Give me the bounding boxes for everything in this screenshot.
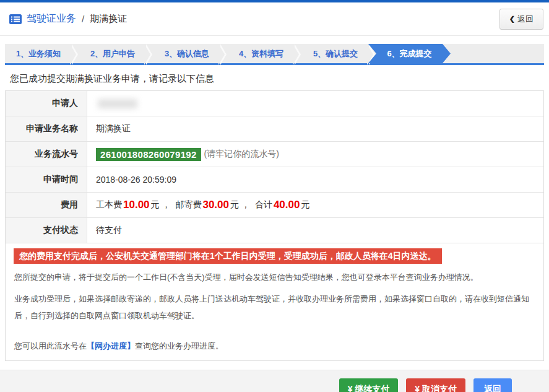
- table-row-apply-time: 申请时间 2018-08-26 20:59:09: [6, 167, 543, 193]
- back-button-bottom[interactable]: 返回: [473, 378, 512, 392]
- row-value: 261001808260079192 (请牢记你的流水号): [87, 142, 543, 167]
- progress-hint-suffix: 查询您的业务办理进度。: [135, 341, 223, 351]
- step-1-business-notice[interactable]: 1、业务须知: [5, 44, 72, 63]
- payment-status-value: 待支付: [87, 218, 543, 243]
- form-list-icon: [9, 14, 22, 25]
- fee-label-postage: 邮寄费: [175, 199, 201, 211]
- row-label: 申请人: [6, 91, 87, 116]
- serial-number-badge: 261001808260079192: [96, 148, 201, 161]
- application-details-panel: 申请人 申请业务名称 期满换证 业务流水号 261001808260079192…: [5, 90, 544, 361]
- page-header: 驾驶证业务 / 期满换证 ❮ 返回: [0, 2, 549, 36]
- breadcrumb-separator: /: [82, 14, 84, 24]
- progress-tracking-link[interactable]: 【网办进度】: [87, 341, 135, 351]
- fee-label-total: 合计: [255, 199, 272, 211]
- row-value: [87, 91, 543, 116]
- serial-number-note: (请牢记你的流水号): [204, 149, 279, 160]
- table-row-business-name: 申请业务名称 期满换证: [6, 116, 543, 142]
- success-message: 您已成功提交期满换证业务申请，请记录以下信息: [10, 73, 549, 85]
- row-label: 支付状态: [6, 218, 87, 243]
- step-wizard: 1、业务须知 2、用户申告 3、确认信息 4、资料填写 5、确认提交 6、完成提…: [5, 44, 544, 65]
- notice-paragraph-2: 业务成功受理后，如果选择邮政寄递的，邮政人员将上门送达机动车驾驶证，并收取办理业…: [14, 290, 534, 324]
- row-value: 工本费 10.00 元 ， 邮寄费 30.00 元 ， 合计 40.00 元: [87, 193, 543, 217]
- row-value: 期满换证: [87, 116, 543, 141]
- table-row-applicant: 申请人: [6, 91, 543, 116]
- breadcrumb-business-category[interactable]: 驾驶证业务: [27, 12, 76, 25]
- cancel-payment-button[interactable]: ¥ 取消支付: [406, 378, 465, 392]
- footer-action-bar: ¥ 继续支付 ¥ 取消支付 返回: [0, 370, 549, 392]
- step-separator-chevron: [72, 44, 79, 65]
- table-row-payment-status: 支付状态 待支付: [6, 218, 543, 243]
- row-label: 费用: [6, 193, 87, 217]
- row-label: 申请时间: [6, 167, 87, 192]
- step-3-confirm-info[interactable]: 3、确认信息: [153, 44, 220, 63]
- fee-amount-production: 10.00: [123, 199, 150, 211]
- fee-amount-total: 40.00: [274, 199, 300, 211]
- progress-hint-line: 您可以用此流水号在【网办进度】查询您的业务办理进度。: [14, 338, 534, 354]
- back-button-top[interactable]: ❮ 返回: [499, 9, 543, 30]
- step-5-confirm-submit[interactable]: 5、确认提交: [302, 44, 369, 63]
- step-2-user-declaration[interactable]: 2、用户申告: [79, 44, 146, 63]
- step-separator-chevron: [295, 44, 302, 65]
- step-separator-chevron: [146, 44, 153, 65]
- continue-payment-button[interactable]: ¥ 继续支付: [339, 378, 399, 392]
- row-label: 申请业务名称: [6, 116, 87, 141]
- table-row-serial-number: 业务流水号 261001808260079192 (请牢记你的流水号): [6, 142, 543, 167]
- back-button-top-label: 返回: [517, 14, 534, 25]
- fee-unit: 元 ，: [230, 199, 250, 211]
- step-4-fill-data[interactable]: 4、资料填写: [228, 44, 295, 63]
- fee-unit: 元 ，: [151, 199, 171, 211]
- notice-paragraph-1: 您所提交的申请，将于提交后的一个工作日(不含当天)受理，届时会发送短信告知受理结…: [14, 269, 534, 285]
- fee-amount-postage: 30.00: [202, 199, 229, 211]
- payment-warning-banner: 您的费用支付完成后，公安机关交通管理部门将在1个工作日内受理，受理成功后，邮政人…: [14, 248, 442, 264]
- step-6-complete-submit[interactable]: 6、完成提交: [368, 44, 451, 63]
- fee-unit: 元: [301, 199, 309, 211]
- step-wizard-filler: [451, 44, 544, 63]
- applicant-name-redacted: [98, 99, 137, 108]
- breadcrumb: 驾驶证业务 / 期满换证: [9, 12, 127, 25]
- row-value: 2018-08-26 20:59:09: [87, 167, 543, 192]
- fee-label-production: 工本费: [96, 199, 122, 211]
- progress-hint-prefix: 您可以用此流水号在: [14, 341, 87, 351]
- step-separator-chevron: [220, 44, 228, 65]
- table-row-fee: 费用 工本费 10.00 元 ， 邮寄费 30.00 元 ， 合计 40.00 …: [6, 193, 543, 218]
- breadcrumb-current-page: 期满换证: [90, 13, 127, 25]
- chevron-left-icon: ❮: [509, 15, 515, 23]
- row-label: 业务流水号: [6, 142, 87, 167]
